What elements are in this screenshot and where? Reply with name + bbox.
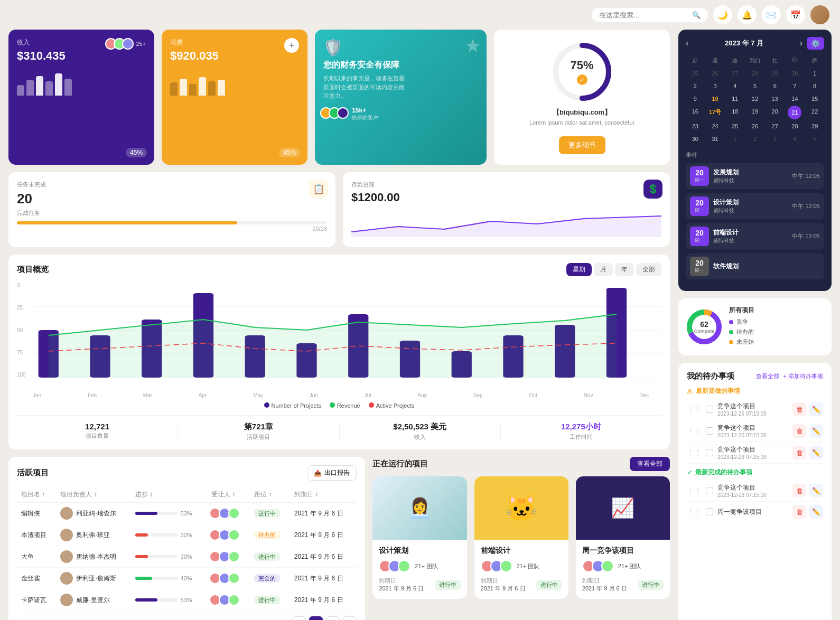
stat-projects: 12,721 项目数量 bbox=[17, 422, 178, 441]
running-card-body: 前端设计 21+ 团队 到期日 2021 年 9 月 6 日 进行中 bbox=[474, 540, 568, 599]
event-info: 设计策划 威特科技 bbox=[713, 198, 788, 214]
page-buttons: ‹ 1 2 › bbox=[292, 616, 357, 620]
expense-percent: 45% bbox=[279, 148, 300, 157]
todo-complete-label: ✓ 最新完成的待办事项 bbox=[687, 468, 823, 477]
search-input[interactable] bbox=[599, 11, 688, 19]
cal-next-btn[interactable]: › bbox=[800, 39, 802, 48]
expense-amount: $920.035 bbox=[170, 49, 219, 63]
calendar-event[interactable]: 20 周一 发展规划 威特科技 中午 12:05 bbox=[686, 163, 824, 189]
theme-toggle-btn[interactable]: 🌙 bbox=[713, 5, 732, 24]
prev-page-btn[interactable]: ‹ bbox=[292, 616, 306, 620]
stat-active-label: 活跃项目 bbox=[178, 433, 339, 441]
todo-delete-btn[interactable]: 🗑 bbox=[792, 484, 806, 497]
todo-delete-btn[interactable]: 🗑 bbox=[792, 402, 806, 416]
project-name-cell: 本渣项目 bbox=[17, 524, 56, 546]
savings-amount: $1200.00 bbox=[351, 191, 661, 204]
todo-checkbox[interactable] bbox=[706, 487, 713, 494]
todo-checkbox[interactable] bbox=[706, 508, 713, 515]
security-title: 您的财务安全有保障 bbox=[323, 60, 478, 71]
todo-card: 我的待办事项 查看全部 + 添加待办事项 ⚠ 最新要做的事情 ⋮⋮ 竞争这个项目… bbox=[678, 363, 832, 620]
stat-revenue-label: 收入 bbox=[340, 433, 500, 441]
todo-delete-btn[interactable]: 🗑 bbox=[792, 446, 806, 459]
todo-edit-btn[interactable]: ✏️ bbox=[809, 484, 823, 497]
search-bar[interactable]: 🔍 bbox=[592, 8, 708, 22]
event-info: 发展规划 威特科技 bbox=[713, 168, 788, 184]
project-name-cell: 编辑侠 bbox=[17, 503, 56, 524]
running-view-all-btn[interactable]: 查看全部 bbox=[630, 457, 670, 471]
todo-header: 我的待办事项 查看全部 + 添加待办事项 bbox=[687, 371, 823, 381]
page-1-btn[interactable]: 1 bbox=[309, 616, 323, 620]
project-due-cell: 2021 年 9 月 6 日 bbox=[290, 546, 357, 568]
calendar-btn[interactable]: 📅 bbox=[786, 5, 805, 24]
stat-active: 第721章 活跃项目 bbox=[178, 422, 339, 441]
stat-revenue: $2,50,523 美元 收入 bbox=[340, 422, 501, 441]
drag-handle-icon[interactable]: ⋮⋮ bbox=[687, 508, 702, 516]
chart-svg-container bbox=[33, 283, 661, 378]
stat-active-value: 第721章 bbox=[178, 422, 339, 432]
running-card-status: 进行中 bbox=[638, 580, 664, 590]
todo-edit-btn[interactable]: ✏️ bbox=[809, 402, 823, 416]
legend-dot-projects bbox=[264, 402, 269, 408]
todo-checkbox[interactable] bbox=[706, 427, 713, 435]
todo-delete-btn[interactable]: 🗑 bbox=[792, 505, 806, 519]
todo-edit-btn[interactable]: ✏️ bbox=[809, 424, 823, 438]
project-manager-cell: 利亚鸡·瑞查尔 bbox=[56, 503, 130, 524]
todo-title: 我的待办事项 bbox=[687, 371, 734, 381]
circular-progress: 75% ✓ bbox=[550, 40, 614, 104]
legend-dot-revenue bbox=[330, 402, 335, 408]
todo-view-all-link[interactable]: 查看全部 bbox=[756, 372, 779, 380]
project-status-cell: 进行中 bbox=[250, 589, 290, 611]
cal-settings-icon[interactable]: ⚙️ bbox=[807, 37, 824, 50]
page-2-btn[interactable]: 2 bbox=[326, 616, 340, 620]
todo-checkbox[interactable] bbox=[706, 449, 713, 456]
stat-hours-value: 12,275小时 bbox=[501, 422, 661, 432]
calendar-event[interactable]: 20 周一 前端设计 威特科技 中午 12:05 bbox=[686, 223, 824, 249]
tab-month[interactable]: 月 bbox=[594, 263, 613, 276]
running-card-image: 🐱 bbox=[474, 476, 568, 540]
calendar-event[interactable]: 20 周一 软件规划 bbox=[686, 253, 824, 279]
running-card-footer: 到期日 2021 年 9 月 6 日 进行中 bbox=[379, 577, 460, 593]
running-card-team: 21+ 团队 bbox=[582, 560, 664, 572]
bottom-section: 活跃项目 📤 出口报告 项目名 ↑ 项目负责人 ↕ 进步 ↕ bbox=[8, 457, 670, 620]
project-tabs: 星期 月 年 全部 bbox=[566, 263, 661, 276]
more-details-btn[interactable]: 更多细节 bbox=[559, 136, 605, 154]
drag-handle-icon[interactable]: ⋮⋮ bbox=[687, 448, 702, 457]
next-page-btn[interactable]: › bbox=[343, 616, 357, 620]
mail-btn[interactable]: ✉️ bbox=[762, 5, 781, 24]
todo-edit-btn[interactable]: ✏️ bbox=[809, 505, 823, 519]
stat-revenue-value: $2,50,523 美元 bbox=[340, 422, 500, 432]
tab-year[interactable]: 年 bbox=[615, 263, 634, 276]
project-status-cell: 待办的 bbox=[250, 524, 290, 546]
task-complete-label: 完成任务 bbox=[17, 209, 327, 217]
donut-center-label: 62 Compete bbox=[694, 320, 715, 334]
cal-prev-btn[interactable]: ‹ bbox=[686, 39, 688, 48]
todo-add-link[interactable]: + 添加待办事项 bbox=[783, 372, 823, 380]
calendar-header: ‹ 2023 年 7 月 › ⚙️ bbox=[686, 37, 824, 50]
expense-add-btn[interactable]: + bbox=[284, 38, 299, 53]
todo-checkbox[interactable] bbox=[706, 406, 713, 413]
notification-bell-btn[interactable]: 🔔 bbox=[738, 5, 757, 24]
revenue-percent: 45% bbox=[126, 148, 147, 157]
todo-delete-btn[interactable]: 🗑 bbox=[792, 424, 806, 438]
donut-title: 所有项目 bbox=[729, 306, 824, 315]
user-avatar[interactable] bbox=[810, 5, 829, 24]
drag-handle-icon[interactable]: ⋮⋮ bbox=[687, 486, 702, 495]
tab-week[interactable]: 星期 bbox=[566, 263, 592, 276]
search-icon: 🔍 bbox=[692, 11, 701, 19]
project-assignee-cell bbox=[207, 589, 250, 611]
tab-all[interactable]: 全部 bbox=[636, 263, 661, 276]
warning-icon: ⚠ bbox=[687, 388, 693, 395]
today-date[interactable]: 21 bbox=[788, 106, 801, 119]
drag-handle-icon[interactable]: ⋮⋮ bbox=[687, 405, 702, 414]
task-count: 20 bbox=[17, 191, 327, 207]
security-customers-count: 15k+ bbox=[352, 107, 378, 114]
drag-handle-icon[interactable]: ⋮⋮ bbox=[687, 427, 702, 435]
pagination: 显示 1 到 5 条目（共 10 个条目） ‹ 1 2 › bbox=[17, 616, 357, 620]
todo-item: ⋮⋮ 周一竞争该项目 🗑 ✏️ bbox=[687, 502, 823, 522]
todo-edit-btn[interactable]: ✏️ bbox=[809, 446, 823, 459]
calendar-event[interactable]: 20 周一 设计策划 威特科技 中午 12:05 bbox=[686, 193, 824, 219]
project-due-cell: 2021 年 9 月 6 日 bbox=[290, 503, 357, 524]
project-chart-area: 100 75 50 25 0 bbox=[17, 283, 661, 388]
project-progress-cell: 53% bbox=[131, 503, 207, 524]
export-report-btn[interactable]: 📤 出口报告 bbox=[307, 465, 357, 481]
